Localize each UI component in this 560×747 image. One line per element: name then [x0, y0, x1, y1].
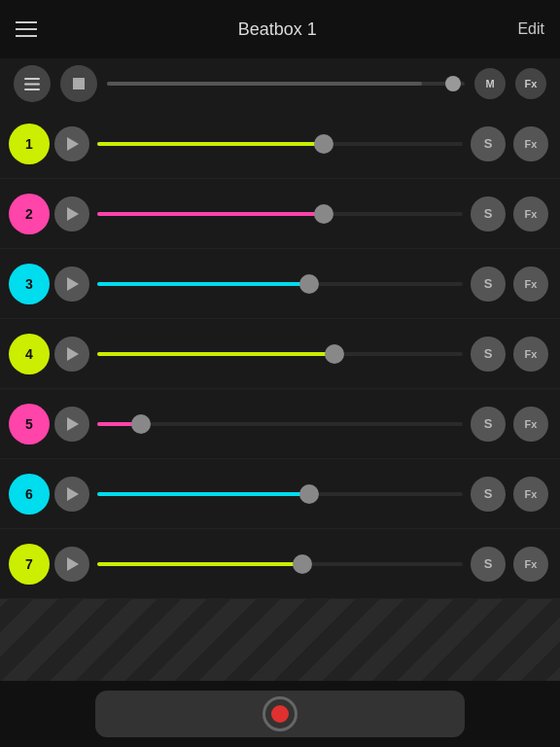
- fx-master-button[interactable]: Fx: [515, 68, 546, 99]
- menu-button[interactable]: [16, 21, 37, 37]
- track-play-4[interactable]: [54, 337, 89, 372]
- track-row: 6SFx: [0, 459, 560, 529]
- play-icon: [67, 137, 79, 151]
- track-slider-6[interactable]: [97, 492, 463, 496]
- track-play-6[interactable]: [54, 477, 89, 512]
- track-solo-6[interactable]: S: [471, 477, 506, 512]
- track-number-6: 6: [12, 477, 47, 512]
- stop-icon: [73, 78, 85, 89]
- track-play-2[interactable]: [54, 196, 89, 231]
- play-icon: [67, 207, 79, 221]
- slider-thumb: [325, 344, 344, 364]
- track-row: 3SFx: [0, 249, 560, 319]
- track-row: 5SFx: [0, 389, 560, 459]
- track-number-1: 1: [12, 126, 47, 161]
- track-slider-2[interactable]: [97, 212, 463, 216]
- slider-thumb: [299, 274, 319, 294]
- track-number-7: 7: [12, 547, 47, 582]
- track-solo-3[interactable]: S: [471, 267, 506, 302]
- edit-button[interactable]: Edit: [517, 20, 544, 38]
- slider-thumb: [293, 554, 312, 574]
- svg-rect-0: [24, 78, 40, 80]
- track-number-3: 3: [12, 267, 47, 302]
- track-number-5: 5: [12, 407, 47, 442]
- track-number-2: 2: [12, 196, 47, 231]
- track-fx-2[interactable]: Fx: [513, 196, 548, 231]
- record-button[interactable]: [95, 691, 465, 737]
- stop-button[interactable]: [60, 65, 97, 102]
- slider-thumb: [314, 204, 333, 224]
- track-row: 7SFx: [0, 529, 560, 599]
- slider-thumb: [299, 484, 319, 504]
- master-button[interactable]: M: [474, 68, 506, 99]
- track-solo-1[interactable]: S: [471, 126, 506, 161]
- track-number-4: 4: [12, 337, 47, 372]
- track-solo-7[interactable]: S: [471, 547, 506, 582]
- track-slider-1[interactable]: [97, 142, 463, 146]
- track-row: 1SFx: [0, 109, 560, 179]
- track-fx-4[interactable]: Fx: [513, 337, 548, 372]
- header: Beatbox 1 Edit: [0, 0, 560, 58]
- track-fx-7[interactable]: Fx: [513, 547, 548, 582]
- track-fx-5[interactable]: Fx: [513, 407, 548, 442]
- track-solo-2[interactable]: S: [471, 196, 506, 231]
- play-icon: [67, 277, 79, 291]
- track-solo-4[interactable]: S: [471, 337, 506, 372]
- slider-thumb: [131, 414, 151, 434]
- track-fx-3[interactable]: Fx: [513, 267, 548, 302]
- track-fx-1[interactable]: Fx: [513, 126, 548, 161]
- track-row: 4SFx: [0, 319, 560, 389]
- play-icon: [67, 417, 79, 431]
- track-solo-5[interactable]: S: [471, 407, 506, 442]
- track-play-1[interactable]: [54, 126, 89, 161]
- record-circle-icon: [262, 696, 298, 731]
- play-icon: [67, 347, 79, 361]
- play-icon: [67, 557, 79, 571]
- page-title: Beatbox 1: [238, 19, 317, 40]
- bottom-bar: [0, 681, 560, 747]
- play-icon: [67, 487, 79, 501]
- track-play-3[interactable]: [54, 267, 89, 302]
- tracks-container: 1SFx2SFx3SFx4SFx5SFx6SFx7SFx: [0, 109, 560, 599]
- track-play-5[interactable]: [54, 407, 89, 442]
- transport-slider[interactable]: [107, 82, 465, 86]
- slider-thumb: [314, 134, 333, 154]
- track-slider-5[interactable]: [97, 422, 463, 426]
- track-fx-6[interactable]: Fx: [513, 477, 548, 512]
- track-row: 2SFx: [0, 179, 560, 249]
- track-slider-3[interactable]: [97, 282, 463, 286]
- record-dot-icon: [271, 705, 289, 723]
- transport-bar: M Fx: [0, 58, 560, 109]
- svg-rect-2: [24, 89, 40, 90]
- track-play-7[interactable]: [54, 547, 89, 582]
- svg-rect-1: [24, 83, 40, 85]
- track-slider-4[interactable]: [97, 352, 463, 356]
- track-slider-7[interactable]: [97, 562, 463, 566]
- list-view-button[interactable]: [14, 65, 51, 102]
